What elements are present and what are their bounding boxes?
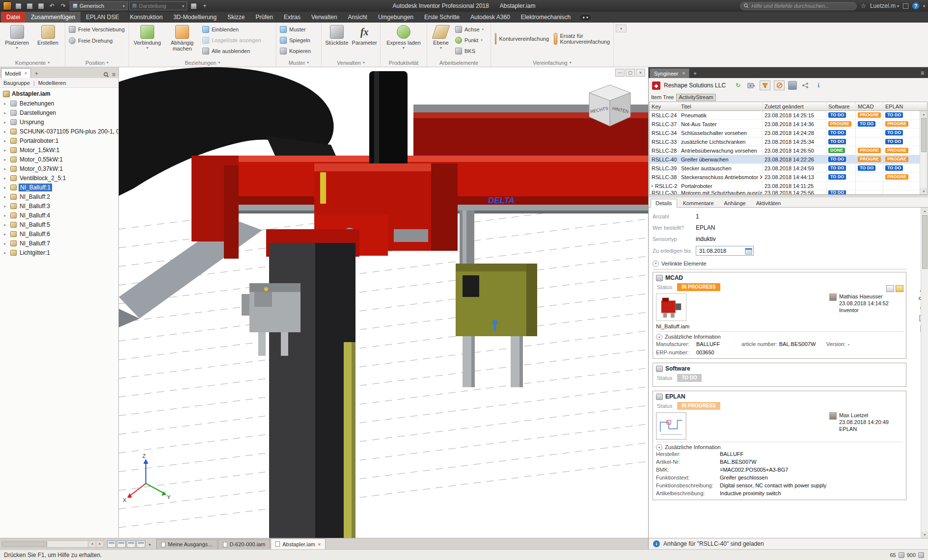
tab-anhaenge[interactable]: Anhänge — [720, 199, 750, 207]
tree-item[interactable]: ▸NI_Balluff:7 — [0, 239, 118, 248]
scroll-down-icon[interactable]: ▾ — [920, 188, 928, 194]
tree-item[interactable]: ▸NI_Balluff:1 — [0, 183, 118, 192]
right-gripper[interactable] — [456, 211, 537, 387]
tab-activity-stream[interactable]: ActivityStream — [676, 94, 715, 101]
tree-item[interactable]: ▸Ursprung — [0, 117, 118, 127]
freie-drehung-button[interactable]: Freie Drehung — [67, 35, 114, 46]
item-row-rsllc-37[interactable]: RSLLC-37Not-Aus Taster23.08.2018 14:14:3… — [650, 120, 927, 129]
col-zuletzt-geaendert[interactable]: Zuletzt geändert — [763, 102, 826, 110]
tree-item[interactable]: ▸Motor_0,55kW:1 — [0, 155, 118, 164]
abhaengig-machen-button[interactable]: Abhängig machen — [164, 24, 200, 53]
bks-button[interactable]: BKS — [454, 46, 485, 56]
record-button[interactable]: ●▾ — [579, 14, 592, 21]
ersatz-konturvereinfachung-button[interactable]: Ersatz für Konturvereinfachung — [552, 29, 612, 49]
item-row-rsllc-28[interactable]: RSLLC-28Antriebsüberwachung vorsehen23.0… — [650, 146, 927, 155]
table-scrollbar[interactable]: ▴ ▾ — [920, 111, 927, 194]
appearance-select[interactable]: Darstellung ▾ — [129, 1, 187, 10]
close-icon[interactable]: × — [24, 71, 27, 76]
konturvereinfachung-button[interactable]: Konturvereinfachung — [493, 29, 551, 49]
tree-item[interactable]: ▸NI_Balluff:5 — [0, 220, 118, 229]
expand-icon[interactable]: ▸ — [4, 222, 8, 227]
app-logo-icon[interactable] — [3, 1, 12, 10]
item-row-rsllc-38[interactable]: RSLLC-38Steckeranschluss Antriebsmotor X… — [650, 173, 927, 182]
close-icon[interactable]: × — [318, 541, 321, 547]
spiegeln-button[interactable]: Spiegeln — [278, 35, 312, 45]
group-label-beziehungen[interactable]: Beziehungen▾ — [129, 58, 276, 67]
clear-filter-icon[interactable] — [774, 80, 785, 90]
expand-icon[interactable]: ▸ — [4, 138, 8, 143]
expand-icon[interactable]: ▸ — [4, 213, 8, 218]
help-search-box[interactable] — [740, 2, 857, 10]
punkt-button[interactable]: Punkt ▾ — [454, 35, 485, 45]
kopieren-button[interactable]: Kopieren — [278, 46, 312, 56]
expand-icon[interactable]: ▸ — [4, 250, 8, 255]
einblenden-button[interactable]: Einblenden — [201, 24, 263, 34]
subtab-baugruppe[interactable]: Baugruppe — [3, 80, 30, 86]
muster-button[interactable]: Muster — [278, 24, 307, 34]
menu-tab-datei[interactable]: Datei — [1, 12, 26, 23]
expand-icon[interactable]: ▸ — [4, 110, 8, 115]
group-label-vereinfachung[interactable]: Vereinfachung▾ — [491, 58, 613, 67]
group-label-produktivitaet[interactable]: Produktivität — [381, 58, 427, 67]
verbindung-button[interactable]: Verbindung ▾ — [131, 24, 164, 51]
tree-item[interactable]: ▸NI_Balluff:6 — [0, 229, 118, 239]
quick-access-plus-icon[interactable]: + — [200, 1, 210, 10]
doc-minimize-icon[interactable]: — — [615, 69, 625, 77]
app-store-icon[interactable] — [903, 3, 908, 9]
tree-item[interactable]: ▸Ventilblock_2_5:1 — [0, 173, 118, 183]
calendar-icon[interactable] — [745, 247, 752, 255]
col-titel[interactable]: Titel — [679, 102, 763, 110]
menu-tab-erste-schritte[interactable]: Erste Schritte — [419, 12, 465, 23]
tree-item[interactable]: ▸Lichtgitter:1 — [0, 248, 118, 257]
document-tab[interactable]: Meine Ausgangs... — [156, 539, 218, 549]
mcad-info-header[interactable]: ▴ Zusätzliche Information — [656, 331, 903, 340]
ebene-button[interactable]: Ebene ▾ — [429, 24, 453, 51]
favorites-star-icon[interactable]: ☆ — [861, 2, 866, 9]
tree-item[interactable]: ▸NI_Balluff:3 — [0, 201, 118, 211]
new-document-icon[interactable] — [886, 285, 894, 292]
menu-tab-umgebungen[interactable]: Umgebungen — [373, 12, 419, 23]
expand-icon[interactable]: ▸ — [4, 176, 8, 181]
achse-button[interactable]: Achse ▾ — [454, 24, 485, 34]
search-icon[interactable] — [104, 72, 109, 78]
save-icon[interactable] — [36, 1, 46, 10]
tree-item[interactable]: ▸NI_Balluff:2 — [0, 192, 118, 201]
parameter-button[interactable]: fx Parameter — [351, 24, 378, 47]
item-row-rsllc-34[interactable]: RSLLC-34Schlüsselschalter vorsehen23.08.… — [650, 129, 927, 137]
vertical-column[interactable] — [266, 229, 359, 538]
add-tab-icon[interactable]: + — [690, 69, 699, 78]
group-label-muster[interactable]: Muster▾ — [276, 58, 321, 67]
tab-kommentare[interactable]: Kommentare — [679, 199, 718, 207]
tree-item[interactable]: ▸NI_Balluff:4 — [0, 211, 118, 220]
item-row-rsllc-30[interactable]: RSLLC-30Motoren mit Schutzhauben ausrüst… — [650, 190, 927, 195]
subtab-modellieren[interactable]: Modellieren — [38, 80, 66, 86]
info-icon[interactable]: i — [814, 81, 823, 90]
redo-icon[interactable]: ↷ — [58, 1, 68, 10]
col-key[interactable]: Key — [650, 102, 679, 110]
item-row-rsllc-33[interactable]: RSLLC-33zusätzliche Lichtschranken23.08.… — [650, 137, 927, 146]
group-label-position[interactable]: Position▾ — [65, 58, 129, 67]
doc-close-icon[interactable]: × — [636, 69, 645, 77]
eplan-info-header[interactable]: ▴ Zusätzliche Information — [656, 442, 903, 451]
expand-icon[interactable]: ▸ — [4, 232, 8, 237]
eplan-thumbnail[interactable] — [656, 412, 686, 440]
menu-tab-eplan-dse[interactable]: EPLAN DSE — [81, 12, 124, 23]
tab-item-tree[interactable]: Item Tree — [651, 94, 674, 100]
col-eplan[interactable]: EPLAN — [883, 102, 927, 110]
losgeloeste-anzeigen-button[interactable]: Losgelöste anzeigen — [201, 35, 263, 45]
user-avatar[interactable] — [788, 81, 797, 90]
scroll-up-icon[interactable]: ▴ — [921, 208, 928, 214]
tree-root[interactable]: Abstapler.iam — [0, 89, 118, 99]
expand-icon[interactable]: ▸ — [4, 120, 8, 125]
freie-verschiebung-button[interactable]: Freie Verschiebung — [67, 24, 126, 34]
menu-tab-autodesk-a360[interactable]: Autodesk A360 — [465, 12, 516, 23]
material-select[interactable]: Generisch ▾ — [70, 1, 128, 10]
viewport-3d[interactable]: — ▢ × DELTA — [119, 67, 648, 538]
screenshot-icon[interactable] — [746, 81, 756, 90]
help-icon[interactable]: ? — [912, 2, 919, 9]
tree-item[interactable]: ▸SCHUNK-0371105 PGN-plus 200-1, 000 — [0, 127, 118, 136]
scroll-thumb[interactable] — [922, 215, 928, 269]
tab-aktivitaeten[interactable]: Aktivitäten — [752, 199, 786, 207]
scroll-up-icon[interactable]: ▴ — [920, 111, 928, 117]
share-icon[interactable] — [800, 81, 810, 90]
